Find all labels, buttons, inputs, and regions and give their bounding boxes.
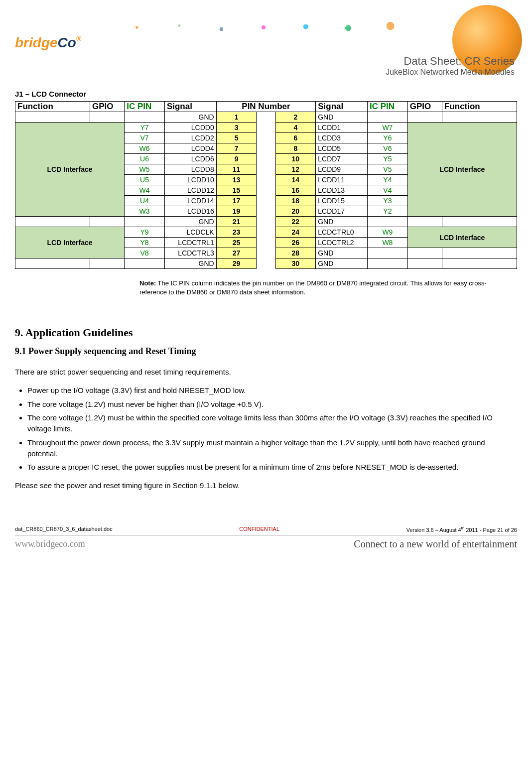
pin-right-cell: 24 <box>275 227 316 238</box>
gap-cell <box>257 248 275 258</box>
icpin-right-cell: Y2 <box>368 206 408 217</box>
gpio-left-cell <box>90 112 124 123</box>
icpin-left-cell <box>125 112 165 123</box>
pin-left-cell: 1 <box>216 112 257 123</box>
gap-cell <box>257 123 275 133</box>
icpin-right-cell <box>368 248 408 258</box>
footer-url: www.bridgeco.com <box>15 539 85 549</box>
pin-left-cell: 25 <box>216 238 257 248</box>
note-block: Note: The IC PIN column indicates the pi… <box>139 279 488 296</box>
pin-right-cell: 8 <box>275 143 316 154</box>
footer-version: Version 3.6 – August 4th 2011 - Page 21 … <box>406 526 517 533</box>
footer-filename: dat_CR860_CR870_3_6_datasheet.doc <box>15 526 113 533</box>
pin-left-cell: 23 <box>216 227 257 238</box>
signal-left-cell: LCDD4 <box>164 143 216 154</box>
icpin-left-cell: U4 <box>125 196 165 206</box>
pin-right-cell: 10 <box>275 154 316 164</box>
signal-left-cell: LCDCLK <box>164 227 216 238</box>
table-row: LCD InterfaceY9LCDCLK2324LCDCTRL0W9LCD I… <box>15 227 517 238</box>
icpin-left-cell: V8 <box>125 248 165 258</box>
icpin-left-cell: U5 <box>125 175 165 185</box>
pin-right-cell: 26 <box>275 238 316 248</box>
signal-left-cell: GND <box>164 217 216 227</box>
icpin-left-cell: Y9 <box>125 227 165 238</box>
icpin-right-cell: W7 <box>368 123 408 133</box>
icpin-right-cell: Y4 <box>368 175 408 185</box>
signal-left-cell: LCDCTRL3 <box>164 248 216 258</box>
icpin-right-cell <box>368 217 408 227</box>
signal-left-cell: LCDD16 <box>164 206 216 217</box>
signal-right-cell: LCDCTRL2 <box>316 238 368 248</box>
signal-left-cell: LCDD2 <box>164 133 216 143</box>
signal-right-cell: GND <box>316 217 368 227</box>
signal-right-cell: LCDD3 <box>316 133 368 143</box>
footer-slogan: Connect to a new world of entertainment <box>354 538 517 550</box>
signal-right-cell: GND <box>316 112 368 123</box>
pin-right-cell: 20 <box>275 206 316 217</box>
connector-section-title: J1 – LCD Connector <box>15 90 517 98</box>
icpin-right-cell: Y6 <box>368 133 408 143</box>
gpio-left-cell <box>90 258 124 269</box>
header-titles: Data Sheet: CR Series JukeBlox Networked… <box>386 55 515 77</box>
signal-left-cell: LCDD10 <box>164 175 216 185</box>
gap-cell <box>257 133 275 143</box>
th-signal-left: Signal <box>164 102 216 112</box>
footer-confidential: CONFIDENTIAL <box>239 526 279 533</box>
gpio-right-cell <box>407 112 442 123</box>
pin-left-cell: 21 <box>216 217 257 227</box>
signal-left-cell: LCDD0 <box>164 123 216 133</box>
function-left-cell <box>15 258 90 269</box>
list-item: The core voltage (1.2V) must be within t… <box>27 412 517 434</box>
function-right-cell <box>442 258 517 269</box>
th-function-left: Function <box>15 102 90 112</box>
icpin-left-cell <box>125 258 165 269</box>
pin-right-cell: 2 <box>275 112 316 123</box>
signal-left-cell: GND <box>164 112 216 123</box>
gpio-right-cell <box>407 258 442 269</box>
requirements-list: Power up the I/O voltage (3.3V) first an… <box>27 385 517 473</box>
signal-right-cell: LCDD7 <box>316 154 368 164</box>
icpin-right-cell: W9 <box>368 227 408 238</box>
icpin-left-cell: W4 <box>125 185 165 196</box>
icpin-right-cell: V6 <box>368 143 408 154</box>
pin-left-cell: 15 <box>216 185 257 196</box>
function-left-cell <box>15 217 90 227</box>
gap-cell <box>257 258 275 269</box>
pin-right-cell: 6 <box>275 133 316 143</box>
pin-left-cell: 9 <box>216 154 257 164</box>
connector-table: Function GPIO IC PIN Signal PIN Number S… <box>15 101 517 269</box>
icpin-left-cell: W3 <box>125 206 165 217</box>
icpin-left-cell: W5 <box>125 164 165 175</box>
pin-right-cell: 28 <box>275 248 316 258</box>
pin-left-cell: 5 <box>216 133 257 143</box>
pin-left-cell: 17 <box>216 196 257 206</box>
pin-right-cell: 12 <box>275 164 316 175</box>
gap-cell <box>257 185 275 196</box>
icpin-left-cell <box>125 217 165 227</box>
list-item: Power up the I/O voltage (3.3V) first an… <box>27 385 517 396</box>
table-row: LCD InterfaceY7LCDD034LCDD1W7LCD Interfa… <box>15 123 517 133</box>
function-right-cell <box>442 217 517 227</box>
function-left-cell <box>15 112 90 123</box>
pin-left-cell: 11 <box>216 164 257 175</box>
doc-title: Data Sheet: CR Series <box>386 55 515 68</box>
th-signal-right: Signal <box>316 102 368 112</box>
signal-left-cell: GND <box>164 258 216 269</box>
icpin-right-cell: V4 <box>368 185 408 196</box>
icpin-left-cell: W6 <box>125 143 165 154</box>
icpin-left-cell: Y8 <box>125 238 165 248</box>
pin-right-cell: 14 <box>275 175 316 185</box>
signal-right-cell: GND <box>316 248 368 258</box>
gap-cell <box>257 196 275 206</box>
table-row: GND2122GND <box>15 217 517 227</box>
pin-right-cell: 16 <box>275 185 316 196</box>
icpin-right-cell: Y3 <box>368 196 408 206</box>
page-header: bridgeCo® Data Sheet: CR Series JukeBlox… <box>15 10 517 75</box>
th-pin-number: PIN Number <box>216 102 316 112</box>
function-left-cell: LCD Interface <box>15 123 125 217</box>
signal-left-cell: LCDCTRL1 <box>164 238 216 248</box>
pin-left-cell: 19 <box>216 206 257 217</box>
th-function-right: Function <box>442 102 517 112</box>
logo-text-2: Co <box>58 35 76 50</box>
signal-right-cell: LCDD15 <box>316 196 368 206</box>
